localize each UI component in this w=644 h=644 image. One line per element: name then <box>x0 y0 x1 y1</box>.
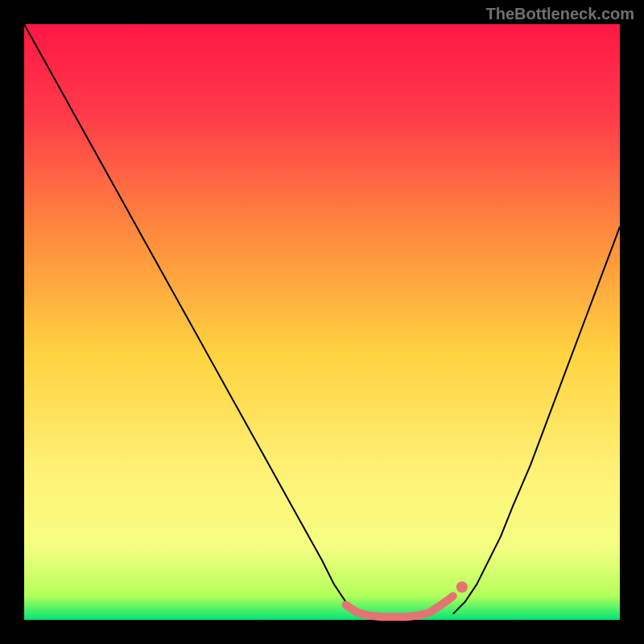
plot-background <box>24 24 620 620</box>
series-valley-end-dot-pt0 <box>456 581 468 592</box>
chart-svg <box>0 0 644 644</box>
chart-container <box>0 0 644 644</box>
watermark-text: TheBottleneck.com <box>486 5 634 23</box>
